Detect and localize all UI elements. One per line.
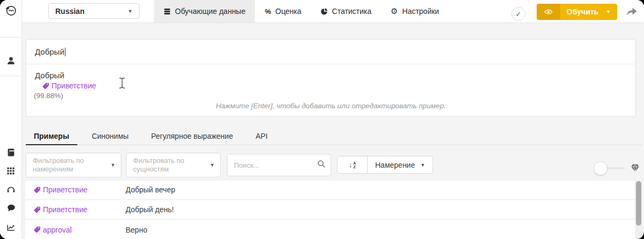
search-input[interactable] (228, 154, 331, 176)
language-select[interactable]: Russian ▼ (48, 3, 140, 19)
sidebar-divider (0, 76, 21, 76)
sort-alpha-icon: ↓ (349, 161, 353, 169)
row-intent-label: Приветствие (43, 205, 87, 214)
row-utterance-text: Добрый вечер (126, 185, 175, 194)
chevron-down-icon: ▼ (420, 162, 425, 168)
botpress-logo-icon[interactable] (4, 4, 18, 18)
analytics-chart-icon[interactable] (4, 220, 18, 234)
preview-intent-tag[interactable]: Приветствие (42, 81, 96, 90)
utterance-editor-card: Добрый Добрый Приветствие (99.88%) Нажми… (26, 39, 636, 117)
pie-chart-icon (321, 8, 328, 15)
section-tabs: Примеры Синонимы Регулярное выражение AP… (26, 128, 642, 145)
utterance-input[interactable]: Добрый (35, 47, 65, 56)
language-select-value: Russian (55, 7, 84, 16)
tag-icon (42, 83, 49, 89)
entity-filter-placeholder: Фильтровать по сущностям (133, 156, 184, 173)
user-icon[interactable] (4, 54, 18, 68)
ibeam-cursor-icon (119, 77, 126, 91)
utterance-input-value: Добрый (35, 47, 64, 56)
entity-filter-select[interactable]: Фильтровать по сущностям ▼ (126, 153, 221, 177)
sort-alpha-letters: AZ (353, 161, 356, 169)
tab-training-data[interactable]: Обучающие данные (154, 0, 255, 23)
database-icon (164, 8, 171, 15)
section-tab-label: Примеры (34, 132, 69, 140)
tab-regex[interactable]: Регулярное выражение (143, 128, 241, 145)
chat-bubble-icon[interactable] (4, 201, 18, 215)
topbar: Russian ▼ Обучающие данные % Оценка (22, 0, 644, 23)
scrollbar-thumb[interactable] (636, 181, 641, 226)
headset-icon[interactable] (4, 182, 18, 196)
tab-examples[interactable]: Примеры (26, 128, 77, 145)
search-box (227, 154, 331, 176)
tab-api[interactable]: API (247, 128, 276, 145)
train-button[interactable]: Обучить ▼ (537, 4, 617, 20)
tag-icon (34, 186, 41, 193)
sidebar-divider (0, 37, 21, 38)
editor-hint: Нажмите [Enter], чтобы добавить или отре… (26, 102, 635, 110)
preview-confidence: (99.88%) (34, 92, 63, 100)
text-caret (65, 48, 65, 56)
card-divider (26, 64, 635, 64)
gear-icon: ⚙ (391, 6, 398, 16)
status-check-icon: ✓ (511, 7, 525, 21)
tab-label: Обучающие данные (175, 7, 245, 16)
row-utterance-text: Верно (126, 226, 147, 234)
preview-intent-label: Приветствие (52, 81, 96, 90)
tab-statistics[interactable]: Статистика (311, 0, 382, 23)
modules-grid-icon[interactable] (4, 164, 18, 178)
chevron-down-icon: ▼ (111, 161, 115, 169)
share-icon[interactable] (624, 5, 639, 18)
tab-label: Настройки (402, 7, 440, 16)
intent-filter-select[interactable]: Фильтровать по намерениям ▼ (26, 153, 121, 177)
row-intent-label: Приветствие (43, 185, 87, 194)
tab-label: Оценка (275, 7, 302, 16)
chevron-down-icon: ▼ (210, 161, 215, 169)
sort-field-select[interactable]: Намерение ▼ (368, 156, 433, 173)
content-book-icon[interactable] (4, 145, 18, 159)
tag-icon (34, 226, 41, 233)
row-intent-label: approval (43, 226, 72, 234)
train-button-label: Обучить (567, 8, 598, 16)
section-tab-label: Регулярное выражение (151, 132, 233, 140)
tag-icon (34, 206, 41, 213)
chevron-down-icon: ▼ (128, 9, 133, 14)
train-button-main[interactable]: Обучить ▼ (560, 4, 617, 20)
section-tab-label: API (255, 132, 268, 140)
app-window: Russian ▼ Обучающие данные % Оценка (0, 0, 644, 239)
sort-alpha-button[interactable]: ↓ AZ (338, 156, 368, 173)
eye-icon[interactable] (537, 4, 560, 20)
sort-field-label: Намерение (375, 161, 415, 169)
sort-button-group: ↓ AZ Намерение ▼ (337, 156, 433, 174)
row-intent-tag[interactable]: Приветствие (34, 205, 122, 214)
search-icon (317, 160, 326, 170)
utterance-row[interactable]: Приветствие Добрый вечер (25, 181, 635, 199)
scrollbar-track[interactable] (635, 181, 642, 239)
preview-utterance: Добрый (35, 71, 64, 80)
row-intent-tag[interactable]: approval (34, 226, 122, 234)
tab-settings[interactable]: ⚙ Настройки (381, 0, 449, 23)
percent-icon: % (265, 8, 271, 16)
gem-icon[interactable] (630, 163, 640, 175)
tab-label: Статистика (332, 7, 372, 16)
chevron-down-icon: ▼ (606, 9, 611, 14)
tab-evaluation[interactable]: % Оценка (255, 0, 311, 23)
utterance-row[interactable]: approval Верно (25, 220, 635, 239)
section-tab-label: Синонимы (92, 132, 129, 140)
row-intent-tag[interactable]: Приветствие (34, 185, 122, 194)
zoom-slider-knob[interactable] (594, 161, 608, 175)
tab-synonyms[interactable]: Синонимы (84, 128, 137, 145)
row-utterance-text: Добрый день! (126, 205, 174, 214)
sidebar (0, 0, 22, 239)
topbar-tabs: Обучающие данные % Оценка Статистика ⚙ Н… (154, 0, 449, 23)
utterance-row[interactable]: Приветствие Добрый день! (25, 200, 635, 219)
intent-filter-placeholder: Фильтровать по намерениям (33, 156, 84, 173)
